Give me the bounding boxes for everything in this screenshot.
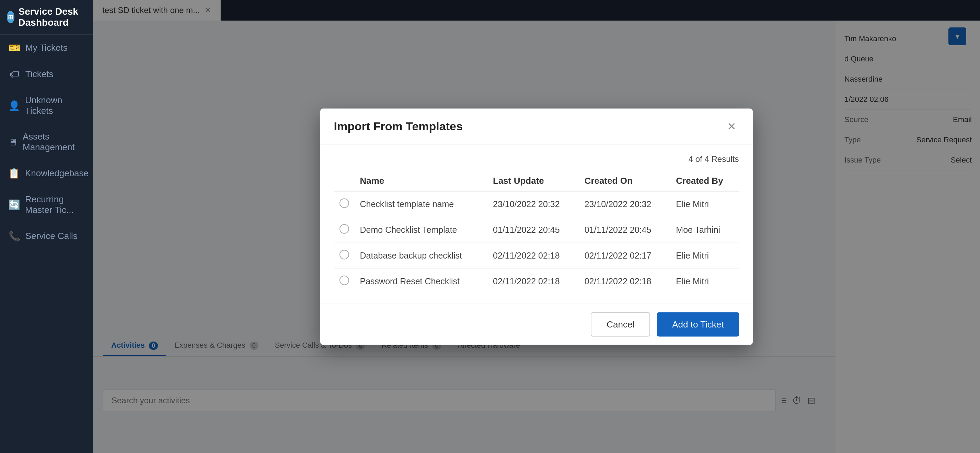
import-from-templates-modal: Import From Templates ✕ 4 of 4 Results N…	[320, 108, 753, 345]
th-select	[334, 170, 355, 191]
modal-header: Import From Templates ✕	[320, 108, 753, 144]
template-radio-3[interactable]	[339, 250, 349, 259]
recurring-icon: 🔄	[8, 199, 20, 211]
sidebar-item-service-calls[interactable]: 📞 Service Calls	[0, 223, 93, 249]
table-row: Database backup checklist02/11/2022 02:1…	[334, 243, 739, 269]
sidebar-item-assets[interactable]: 🖥 Assets Management	[0, 124, 93, 160]
template-created-by: Elie Mitri	[670, 191, 739, 217]
template-radio-1[interactable]	[339, 198, 349, 208]
th-created-on: Created On	[579, 170, 671, 191]
sidebar-item-unknown-tickets[interactable]: 👤 Unknown Tickets	[0, 87, 93, 124]
radio-cell	[334, 191, 355, 217]
sidebar-item-label: Service Calls	[25, 231, 78, 241]
ticket-icon: 🎫	[8, 42, 21, 54]
sidebar-item-label: Unknown Tickets	[25, 95, 84, 116]
template-name: Checklist template name	[355, 191, 488, 217]
sidebar-item-label: Recurring Master Tic...	[25, 194, 84, 215]
main-area: test SD ticket with one m... ✕ ▾ Tim Mak…	[93, 0, 980, 453]
results-count: 4 of 4 Results	[334, 154, 739, 163]
sidebar-item-knowledgebase[interactable]: 📋 Knowledgebase	[0, 160, 93, 187]
tag-icon: 🏷	[8, 68, 21, 80]
table-header: Name Last Update Created On Created By	[334, 170, 739, 191]
sidebar-item-label: Assets Management	[23, 131, 84, 153]
radio-cell	[334, 243, 355, 269]
template-last-update: 02/11/2022 02:18	[487, 269, 579, 294]
table-row: Checklist template name23/10/2022 20:322…	[334, 191, 739, 217]
phone-icon: 📞	[8, 230, 21, 242]
person-icon: 👤	[8, 100, 20, 111]
template-name: Database backup checklist	[355, 243, 488, 269]
app-logo: ⊞ Service Desk Dashboard	[0, 0, 93, 35]
templates-table: Name Last Update Created On Created By C…	[334, 170, 739, 294]
table-row: Demo Checklist Template01/11/2022 20:450…	[334, 217, 739, 243]
template-radio-2[interactable]	[339, 224, 349, 233]
book-icon: 📋	[8, 168, 20, 179]
th-created-by: Created By	[670, 170, 739, 191]
template-name: Demo Checklist Template	[355, 217, 488, 243]
sidebar-item-recurring[interactable]: 🔄 Recurring Master Tic...	[0, 187, 93, 223]
template-created-by: Elie Mitri	[670, 243, 739, 269]
template-created-by: Elie Mitri	[670, 269, 739, 294]
sidebar-item-label: Tickets	[25, 69, 53, 79]
logo-icon: ⊞	[7, 11, 14, 23]
radio-cell	[334, 269, 355, 294]
sidebar: ⊞ Service Desk Dashboard 🎫 My Tickets 🏷 …	[0, 0, 93, 453]
modal-footer: Cancel Add to Ticket	[320, 304, 753, 345]
template-last-update: 02/11/2022 02:18	[487, 243, 579, 269]
modal-title: Import From Templates	[334, 120, 463, 133]
th-name: Name	[355, 170, 488, 191]
sidebar-item-label: My Tickets	[25, 43, 68, 53]
template-created-on: 01/11/2022 20:45	[579, 217, 671, 243]
template-created-on: 02/11/2022 02:18	[579, 269, 671, 294]
modal-body: 4 of 4 Results Name Last Update Created …	[320, 144, 753, 304]
table-body: Checklist template name23/10/2022 20:322…	[334, 191, 739, 294]
modal-close-button[interactable]: ✕	[724, 119, 739, 133]
radio-cell	[334, 217, 355, 243]
add-to-ticket-button[interactable]: Add to Ticket	[657, 312, 739, 336]
th-last-update: Last Update	[487, 170, 579, 191]
template-name: Password Reset Checklist	[355, 269, 488, 294]
sidebar-item-my-tickets[interactable]: 🎫 My Tickets	[0, 35, 93, 61]
sidebar-item-tickets[interactable]: 🏷 Tickets	[0, 61, 93, 87]
app-title: Service Desk Dashboard	[19, 6, 86, 28]
template-radio-4[interactable]	[339, 276, 349, 285]
template-created-by: Moe Tarhini	[670, 217, 739, 243]
template-created-on: 23/10/2022 20:32	[579, 191, 671, 217]
sidebar-item-label: Knowledgebase	[25, 168, 89, 179]
monitor-icon: 🖥	[8, 136, 18, 148]
template-last-update: 23/10/2022 20:32	[487, 191, 579, 217]
table-row: Password Reset Checklist02/11/2022 02:18…	[334, 269, 739, 294]
template-last-update: 01/11/2022 20:45	[487, 217, 579, 243]
template-created-on: 02/11/2022 02:17	[579, 243, 671, 269]
cancel-button[interactable]: Cancel	[591, 312, 650, 336]
